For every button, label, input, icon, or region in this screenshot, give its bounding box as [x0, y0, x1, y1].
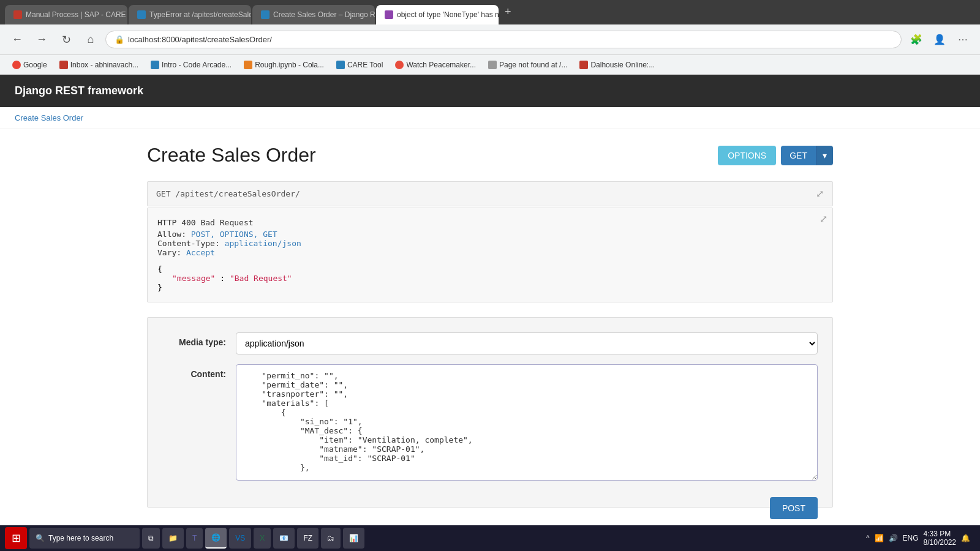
- page-title: Create Sales Order: [147, 144, 316, 167]
- profile-button[interactable]: 👤: [930, 30, 949, 50]
- edge-icon: 🌐: [211, 533, 221, 542]
- tab-bar: Manual Process | SAP - CARE ✕ TypeError …: [0, 0, 980, 24]
- main-content: Create Sales Order OPTIONS GET ▾ GET /ap…: [123, 129, 858, 522]
- bookmark-dalhousie-icon: [579, 61, 588, 69]
- bookmark-inbox[interactable]: Inbox - abhinavach...: [55, 59, 143, 71]
- taskbar-outlook[interactable]: 📧: [273, 528, 295, 549]
- get-caret-button[interactable]: ▾: [816, 146, 833, 165]
- bookmark-google-label: Google: [23, 61, 47, 69]
- filezilla-icon: FZ: [303, 534, 312, 542]
- bookmark-not-found[interactable]: Page not found at /...: [483, 59, 572, 71]
- bookmark-intro-icon: [151, 61, 159, 69]
- taskbar-teams[interactable]: T: [186, 528, 203, 549]
- forward-button[interactable]: →: [32, 30, 51, 50]
- post-button[interactable]: POST: [770, 497, 818, 519]
- taskbar: ⊞ 🔍 Type here to search ⧉ 📁 T 🌐 VS X 📧 F…: [0, 525, 980, 551]
- taskbar-windows-explorer[interactable]: 🗂: [321, 528, 341, 549]
- response-allow-line: Allow: POST, OPTIONS, GET: [157, 230, 823, 239]
- tab-type-error[interactable]: TypeError at /apitest/createSale: ✕: [129, 5, 251, 24]
- new-tab-button[interactable]: +: [500, 3, 516, 21]
- teams-icon: T: [192, 534, 197, 542]
- bookmark-care-icon: [336, 61, 345, 69]
- bookmark-care-label: CARE Tool: [347, 61, 383, 69]
- task-view-icon: ⧉: [148, 534, 154, 542]
- response-icon[interactable]: ⤢: [820, 213, 827, 225]
- response-json-value: "Bad Request": [230, 274, 292, 283]
- media-type-label: Media type:: [162, 332, 236, 347]
- bookmark-intro[interactable]: Intro - Code Arcade...: [146, 59, 236, 71]
- menu-button[interactable]: ⋯: [953, 30, 973, 50]
- bookmark-rough[interactable]: Rough.ipynb - Cola...: [239, 59, 329, 71]
- app8-icon: 📊: [349, 534, 358, 542]
- get-button[interactable]: GET: [781, 146, 816, 165]
- tab-create-sales[interactable]: Create Sales Order – Django RES ✕: [252, 5, 375, 24]
- tab1-favicon: [13, 10, 22, 19]
- response-vary-key: Vary:: [157, 248, 181, 257]
- page-header: Create Sales Order OPTIONS GET ▾: [147, 144, 833, 167]
- network-icon[interactable]: 📶: [875, 534, 884, 542]
- tab-manual-process[interactable]: Manual Process | SAP - CARE ✕: [5, 5, 127, 24]
- notification-icon[interactable]: 🔔: [961, 534, 970, 542]
- bookmark-not-found-label: Page not found at /...: [499, 61, 567, 69]
- taskbar-edge[interactable]: 🌐: [205, 528, 227, 549]
- drf-header: Django REST framework: [0, 75, 980, 107]
- tab4-favicon: [385, 10, 393, 19]
- header-buttons: OPTIONS GET ▾: [718, 146, 833, 165]
- form-section: Media type: application/json Content: <s…: [147, 317, 833, 508]
- response-vary-value: Accept: [186, 248, 215, 257]
- taskbar-search[interactable]: 🔍 Type here to search: [29, 528, 140, 549]
- taskbar-excel[interactable]: X: [254, 528, 271, 549]
- options-button[interactable]: OPTIONS: [718, 146, 776, 165]
- reload-button[interactable]: ↻: [56, 30, 76, 50]
- volume-icon[interactable]: 🔊: [889, 534, 898, 542]
- taskbar-task-view[interactable]: ⧉: [142, 528, 160, 549]
- page-content: Django REST framework Create Sales Order…: [0, 75, 980, 525]
- media-type-row: Media type: application/json: [162, 332, 818, 354]
- media-type-select[interactable]: application/json: [236, 332, 818, 354]
- bookmark-peacemaker[interactable]: Watch Peacemaker...: [390, 59, 481, 71]
- breadcrumb-link[interactable]: Create Sales Order: [15, 113, 83, 122]
- content-control: <span class="mono-red" style="color:#c72…: [236, 364, 818, 482]
- browser-chrome: Manual Process | SAP - CARE ✕ TypeError …: [0, 0, 980, 55]
- media-type-control: application/json: [236, 332, 818, 354]
- tab3-favicon: [261, 10, 270, 19]
- tray-expand-icon[interactable]: ^: [866, 534, 870, 542]
- response-allow-key: Allow:: [157, 230, 186, 239]
- response-content-type-key: Content-Type:: [157, 239, 220, 248]
- response-content-type-value: application/json: [225, 239, 301, 248]
- vscode-icon: VS: [235, 534, 245, 542]
- get-button-group: GET ▾: [781, 146, 833, 165]
- url-display-icon[interactable]: ⤢: [816, 188, 824, 200]
- bookmark-not-found-icon: [488, 61, 497, 69]
- nav-icons: 🧩 👤 ⋯: [907, 30, 973, 50]
- extensions-button[interactable]: 🧩: [907, 30, 926, 50]
- home-button[interactable]: ⌂: [81, 30, 100, 50]
- back-button[interactable]: ←: [7, 30, 27, 50]
- tab-none-type[interactable]: object of type 'NoneType' has n... ✕: [376, 5, 499, 24]
- taskbar-vscode[interactable]: VS: [229, 528, 251, 549]
- taskbar-app8[interactable]: 📊: [343, 528, 364, 549]
- breadcrumb: Create Sales Order: [0, 107, 980, 129]
- taskbar-filezilla[interactable]: FZ: [297, 528, 318, 549]
- taskbar-file-explorer[interactable]: 📁: [162, 528, 184, 549]
- lock-icon: 🔒: [115, 35, 124, 44]
- content-row: Content: <span class="mono-red" style="c…: [162, 364, 818, 482]
- tab4-label: object of type 'NoneType' has n...: [397, 10, 499, 19]
- response-json-open: {: [157, 264, 823, 274]
- clock[interactable]: 4:33 PM 8/10/2022: [924, 530, 956, 547]
- address-bar[interactable]: 🔒 localhost:8000/apitest/createSalesOrde…: [105, 31, 902, 48]
- bookmark-google[interactable]: Google: [7, 59, 52, 71]
- bookmark-inbox-icon: [59, 61, 68, 69]
- response-json-key: "message": [172, 274, 215, 283]
- file-explorer-icon: 📁: [168, 534, 178, 542]
- windows-explorer-icon: 🗂: [327, 534, 334, 542]
- nav-bar: ← → ↻ ⌂ 🔒 localhost:8000/apitest/createS…: [0, 24, 980, 55]
- start-button[interactable]: ⊞: [5, 527, 27, 549]
- content-textarea[interactable]: <span class="mono-red" style="color:#c72…: [236, 364, 818, 481]
- bookmark-intro-label: Intro - Code Arcade...: [162, 61, 232, 69]
- response-allow-value: POST, OPTIONS, GET: [191, 230, 277, 239]
- bookmark-care[interactable]: CARE Tool: [331, 59, 388, 71]
- bookmark-dalhousie[interactable]: Dalhousie Online:...: [575, 59, 660, 71]
- response-json-close: }: [157, 283, 823, 292]
- response-json-colon: :: [220, 274, 230, 283]
